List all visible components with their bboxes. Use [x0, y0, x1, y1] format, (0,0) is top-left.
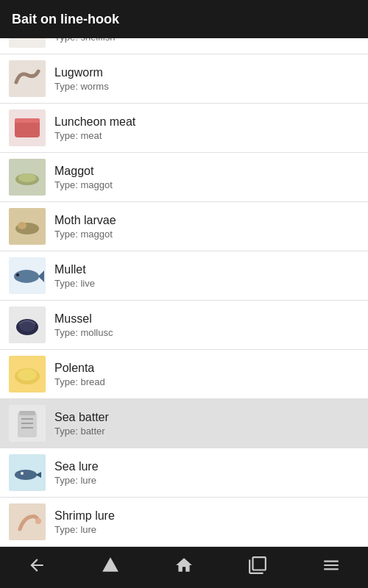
nav-back-icon[interactable]	[27, 556, 46, 579]
item-text-crab: Crab Type: shellfish	[54, 38, 359, 43]
nav-square-icon[interactable]	[248, 556, 267, 579]
header: Bait on line-hook	[0, 0, 368, 38]
item-name-moth-larvae: Moth larvae	[54, 214, 359, 227]
header-title: Bait on line-hook	[12, 12, 119, 27]
list-item-sea-batter[interactable]: Sea batter Type: batter	[0, 399, 368, 448]
item-text-mullet: Mullet Type: live	[54, 263, 359, 289]
list-item-lugworm[interactable]: Lugworm Type: worms	[0, 54, 368, 104]
list-container[interactable]: Cheese Type: cheese Cherry Type: vegetab…	[0, 38, 368, 547]
svg-point-58	[35, 518, 41, 524]
nav-menu-icon[interactable]	[322, 556, 341, 579]
svg-rect-53	[21, 427, 33, 429]
item-type-moth-larvae: Type: maggot	[54, 229, 359, 240]
svg-rect-29	[9, 60, 46, 97]
item-name-shrimp-lure: Shrimp lure	[54, 509, 359, 523]
item-image-lugworm	[9, 60, 46, 97]
list-item-mullet[interactable]: Mullet Type: live	[0, 251, 368, 301]
item-name-luncheon-meat: Luncheon meat	[54, 115, 359, 129]
svg-point-40	[14, 270, 39, 283]
list-item-crab[interactable]: Crab Type: shellfish	[0, 38, 368, 54]
item-text-luncheon-meat: Luncheon meat Type: meat	[54, 115, 359, 141]
item-type-sea-batter: Type: batter	[54, 426, 359, 437]
item-image-maggot	[9, 159, 46, 196]
item-image-moth-larvae	[9, 208, 46, 245]
list-item-moth-larvae[interactable]: Moth larvae Type: maggot	[0, 202, 368, 251]
bottom-bar	[0, 547, 368, 588]
svg-point-47	[18, 369, 37, 381]
item-image-crab	[9, 38, 46, 48]
item-type-maggot: Type: maggot	[54, 179, 359, 190]
list-item-shrimp-lure[interactable]: Shrimp lure Type: lure	[0, 498, 368, 547]
item-text-sea-batter: Sea batter Type: batter	[54, 411, 359, 437]
svg-point-41	[16, 273, 19, 276]
item-name-maggot: Maggot	[54, 165, 359, 178]
svg-point-55	[15, 470, 37, 480]
svg-rect-32	[15, 118, 40, 123]
item-image-sea-batter	[9, 405, 46, 442]
item-image-mullet	[9, 257, 46, 294]
item-type-mussel: Type: mollusc	[54, 327, 359, 338]
list-item-mussel[interactable]: Mussel Type: mollusc	[0, 301, 368, 350]
item-text-lugworm: Lugworm Type: worms	[54, 66, 359, 92]
item-type-lugworm: Type: worms	[54, 81, 359, 92]
list-item-maggot[interactable]: Maggot Type: maggot	[0, 153, 368, 202]
item-image-sea-lure	[9, 454, 46, 491]
item-text-sea-lure: Sea lure Type: lure	[54, 460, 359, 486]
item-name-polenta: Polenta	[54, 362, 359, 375]
item-text-maggot: Maggot Type: maggot	[54, 165, 359, 190]
item-name-sea-batter: Sea batter	[54, 411, 359, 424]
svg-rect-51	[21, 418, 33, 420]
item-type-sea-lure: Type: lure	[54, 475, 359, 486]
svg-rect-52	[21, 423, 33, 424]
app-container: Bait on line-hook Cheese Type: cheese Ch…	[0, 0, 368, 588]
svg-point-35	[18, 173, 36, 182]
svg-rect-21	[9, 38, 46, 48]
svg-rect-50	[19, 411, 35, 415]
list-item-polenta[interactable]: Polenta Type: bread	[0, 350, 368, 399]
svg-point-44	[19, 320, 35, 331]
item-type-mullet: Type: live	[54, 278, 359, 289]
item-type-polenta: Type: bread	[54, 376, 359, 387]
svg-point-38	[18, 222, 26, 229]
item-name-sea-lure: Sea lure	[54, 460, 359, 473]
item-image-polenta	[9, 356, 46, 392]
item-text-polenta: Polenta Type: bread	[54, 362, 359, 387]
item-text-moth-larvae: Moth larvae Type: maggot	[54, 214, 359, 240]
item-name-lugworm: Lugworm	[54, 66, 359, 79]
item-name-mussel: Mussel	[54, 312, 359, 326]
item-image-shrimp-lure	[9, 503, 46, 540]
item-type-shrimp-lure: Type: lure	[54, 524, 359, 535]
item-type-luncheon-meat: Type: meat	[54, 130, 359, 141]
nav-home-icon[interactable]	[174, 556, 194, 579]
item-text-mussel: Mussel Type: mollusc	[54, 312, 359, 338]
list-item-sea-lure[interactable]: Sea lure Type: lure	[0, 448, 368, 498]
svg-point-56	[21, 472, 24, 475]
item-type-crab: Type: shellfish	[54, 38, 359, 43]
item-name-mullet: Mullet	[54, 263, 359, 276]
svg-rect-49	[18, 412, 37, 437]
item-image-mussel	[9, 306, 46, 343]
item-image-luncheon-meat	[9, 110, 46, 146]
nav-triangle-icon[interactable]	[101, 556, 120, 579]
item-text-shrimp-lure: Shrimp lure Type: lure	[54, 509, 359, 535]
list-item-luncheon-meat[interactable]: Luncheon meat Type: meat	[0, 104, 368, 153]
